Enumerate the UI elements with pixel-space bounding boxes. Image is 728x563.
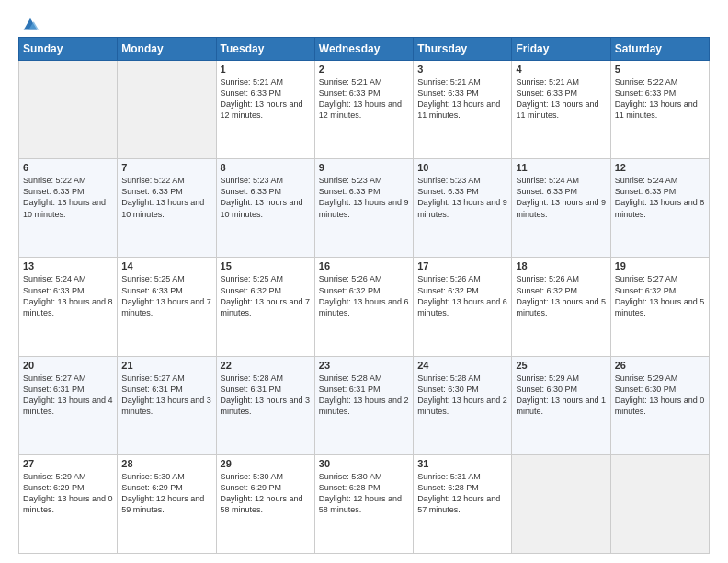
day-info: Sunrise: 5:28 AM Sunset: 6:31 PM Dayligh… <box>221 373 311 418</box>
day-info: Sunrise: 5:30 AM Sunset: 6:29 PM Dayligh… <box>121 471 211 516</box>
day-info: Sunrise: 5:27 AM Sunset: 6:31 PM Dayligh… <box>121 373 211 418</box>
day-number: 20 <box>23 360 113 371</box>
day-number: 6 <box>23 162 113 173</box>
day-info: Sunrise: 5:23 AM Sunset: 6:33 PM Dayligh… <box>221 175 311 220</box>
weekday-header-wednesday: Wednesday <box>314 38 413 61</box>
day-number: 2 <box>319 63 409 75</box>
calendar-cell: 7Sunrise: 5:22 AM Sunset: 6:33 PM Daylig… <box>118 159 216 258</box>
day-info: Sunrise: 5:28 AM Sunset: 6:30 PM Dayligh… <box>417 373 507 418</box>
day-info: Sunrise: 5:26 AM Sunset: 6:32 PM Dayligh… <box>319 273 409 318</box>
calendar-cell: 23Sunrise: 5:28 AM Sunset: 6:31 PM Dayli… <box>314 356 413 454</box>
calendar-cell: 14Sunrise: 5:25 AM Sunset: 6:33 PM Dayli… <box>118 258 216 356</box>
weekday-row: SundayMondayTuesdayWednesdayThursdayFrid… <box>19 38 710 61</box>
calendar-cell <box>512 454 610 553</box>
day-number: 7 <box>121 162 211 173</box>
week-row-4: 20Sunrise: 5:27 AM Sunset: 6:31 PM Dayli… <box>19 356 710 454</box>
day-number: 21 <box>121 360 211 371</box>
day-info: Sunrise: 5:22 AM Sunset: 6:33 PM Dayligh… <box>615 76 705 121</box>
calendar-cell: 30Sunrise: 5:30 AM Sunset: 6:28 PM Dayli… <box>314 454 413 553</box>
calendar-cell: 6Sunrise: 5:22 AM Sunset: 6:33 PM Daylig… <box>19 159 118 258</box>
day-info: Sunrise: 5:29 AM Sunset: 6:29 PM Dayligh… <box>23 471 113 516</box>
calendar-body: 1Sunrise: 5:21 AM Sunset: 6:33 PM Daylig… <box>19 61 710 554</box>
header <box>18 15 710 31</box>
weekday-header-monday: Monday <box>118 38 216 61</box>
weekday-header-friday: Friday <box>512 38 610 61</box>
day-number: 15 <box>221 260 311 271</box>
calendar-cell: 22Sunrise: 5:28 AM Sunset: 6:31 PM Dayli… <box>216 356 314 454</box>
calendar-cell: 20Sunrise: 5:27 AM Sunset: 6:31 PM Dayli… <box>19 356 118 454</box>
day-number: 9 <box>319 162 409 173</box>
day-info: Sunrise: 5:25 AM Sunset: 6:32 PM Dayligh… <box>221 273 311 318</box>
calendar-cell: 27Sunrise: 5:29 AM Sunset: 6:29 PM Dayli… <box>19 454 118 553</box>
day-info: Sunrise: 5:29 AM Sunset: 6:30 PM Dayligh… <box>615 373 705 418</box>
day-number: 31 <box>417 458 507 469</box>
day-number: 11 <box>516 162 606 173</box>
calendar-cell <box>118 61 216 159</box>
calendar-cell: 24Sunrise: 5:28 AM Sunset: 6:30 PM Dayli… <box>414 356 512 454</box>
day-number: 24 <box>417 360 507 371</box>
week-row-2: 6Sunrise: 5:22 AM Sunset: 6:33 PM Daylig… <box>19 159 710 258</box>
day-info: Sunrise: 5:22 AM Sunset: 6:33 PM Dayligh… <box>23 175 113 220</box>
calendar-cell: 31Sunrise: 5:31 AM Sunset: 6:28 PM Dayli… <box>414 454 512 553</box>
day-number: 3 <box>417 63 507 75</box>
day-number: 26 <box>615 360 705 371</box>
day-number: 23 <box>319 360 409 371</box>
day-info: Sunrise: 5:21 AM Sunset: 6:33 PM Dayligh… <box>417 76 507 121</box>
day-info: Sunrise: 5:25 AM Sunset: 6:33 PM Dayligh… <box>121 273 211 318</box>
day-number: 16 <box>319 260 409 271</box>
day-info: Sunrise: 5:27 AM Sunset: 6:32 PM Dayligh… <box>615 273 705 318</box>
day-info: Sunrise: 5:30 AM Sunset: 6:28 PM Dayligh… <box>319 471 409 516</box>
day-number: 1 <box>221 63 311 75</box>
calendar-cell: 13Sunrise: 5:24 AM Sunset: 6:33 PM Dayli… <box>19 258 118 356</box>
day-number: 8 <box>221 162 311 173</box>
day-number: 29 <box>221 458 311 469</box>
day-number: 10 <box>417 162 507 173</box>
logo-icon <box>20 15 40 35</box>
calendar-cell: 17Sunrise: 5:26 AM Sunset: 6:32 PM Dayli… <box>414 258 512 356</box>
day-info: Sunrise: 5:23 AM Sunset: 6:33 PM Dayligh… <box>417 175 507 220</box>
day-number: 22 <box>221 360 311 371</box>
day-number: 5 <box>615 63 705 75</box>
calendar-cell: 5Sunrise: 5:22 AM Sunset: 6:33 PM Daylig… <box>610 61 709 159</box>
day-info: Sunrise: 5:31 AM Sunset: 6:28 PM Dayligh… <box>417 471 507 516</box>
calendar-cell: 18Sunrise: 5:26 AM Sunset: 6:32 PM Dayli… <box>512 258 610 356</box>
day-info: Sunrise: 5:26 AM Sunset: 6:32 PM Dayligh… <box>516 273 606 318</box>
day-info: Sunrise: 5:23 AM Sunset: 6:33 PM Dayligh… <box>319 175 409 220</box>
day-number: 27 <box>23 458 113 469</box>
calendar-cell: 16Sunrise: 5:26 AM Sunset: 6:32 PM Dayli… <box>314 258 413 356</box>
day-number: 30 <box>319 458 409 469</box>
day-number: 19 <box>615 260 705 271</box>
weekday-header-tuesday: Tuesday <box>216 38 314 61</box>
calendar: SundayMondayTuesdayWednesdayThursdayFrid… <box>18 37 710 554</box>
day-info: Sunrise: 5:24 AM Sunset: 6:33 PM Dayligh… <box>615 175 705 220</box>
weekday-header-sunday: Sunday <box>19 38 118 61</box>
calendar-cell: 8Sunrise: 5:23 AM Sunset: 6:33 PM Daylig… <box>216 159 314 258</box>
calendar-cell: 11Sunrise: 5:24 AM Sunset: 6:33 PM Dayli… <box>512 159 610 258</box>
calendar-cell: 12Sunrise: 5:24 AM Sunset: 6:33 PM Dayli… <box>610 159 709 258</box>
day-number: 12 <box>615 162 705 173</box>
calendar-cell: 2Sunrise: 5:21 AM Sunset: 6:33 PM Daylig… <box>314 61 413 159</box>
week-row-1: 1Sunrise: 5:21 AM Sunset: 6:33 PM Daylig… <box>19 61 710 159</box>
day-info: Sunrise: 5:21 AM Sunset: 6:33 PM Dayligh… <box>221 76 311 121</box>
logo <box>18 15 40 31</box>
calendar-cell: 19Sunrise: 5:27 AM Sunset: 6:32 PM Dayli… <box>610 258 709 356</box>
day-info: Sunrise: 5:21 AM Sunset: 6:33 PM Dayligh… <box>319 76 409 121</box>
day-number: 13 <box>23 260 113 271</box>
calendar-header: SundayMondayTuesdayWednesdayThursdayFrid… <box>19 38 710 61</box>
day-number: 14 <box>121 260 211 271</box>
day-info: Sunrise: 5:29 AM Sunset: 6:30 PM Dayligh… <box>516 373 606 418</box>
day-info: Sunrise: 5:21 AM Sunset: 6:33 PM Dayligh… <box>516 76 606 121</box>
calendar-cell <box>610 454 709 553</box>
day-number: 28 <box>121 458 211 469</box>
calendar-cell: 26Sunrise: 5:29 AM Sunset: 6:30 PM Dayli… <box>610 356 709 454</box>
day-number: 25 <box>516 360 606 371</box>
week-row-5: 27Sunrise: 5:29 AM Sunset: 6:29 PM Dayli… <box>19 454 710 553</box>
calendar-cell: 10Sunrise: 5:23 AM Sunset: 6:33 PM Dayli… <box>414 159 512 258</box>
day-info: Sunrise: 5:24 AM Sunset: 6:33 PM Dayligh… <box>23 273 113 318</box>
calendar-cell: 9Sunrise: 5:23 AM Sunset: 6:33 PM Daylig… <box>314 159 413 258</box>
calendar-cell: 3Sunrise: 5:21 AM Sunset: 6:33 PM Daylig… <box>414 61 512 159</box>
day-number: 4 <box>516 63 606 75</box>
day-info: Sunrise: 5:27 AM Sunset: 6:31 PM Dayligh… <box>23 373 113 418</box>
weekday-header-saturday: Saturday <box>610 38 709 61</box>
calendar-cell: 4Sunrise: 5:21 AM Sunset: 6:33 PM Daylig… <box>512 61 610 159</box>
